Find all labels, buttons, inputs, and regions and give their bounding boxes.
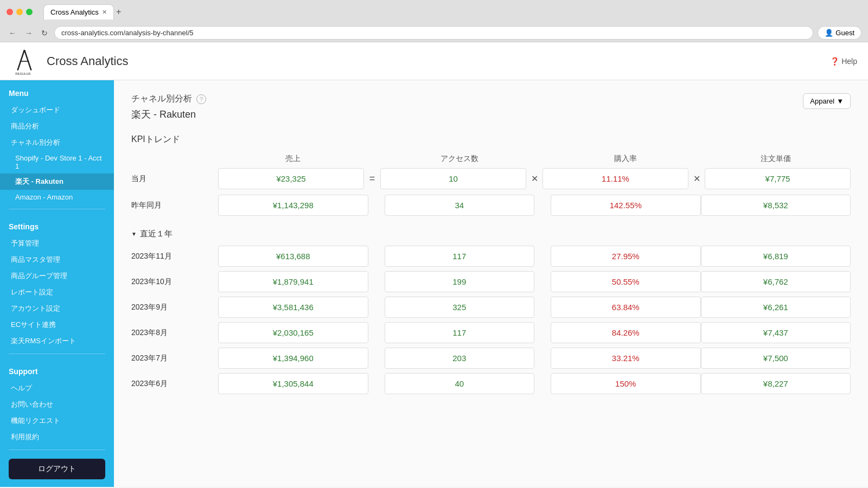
logout-button[interactable]: ログアウト <box>9 459 105 479</box>
browser-titlebar: Cross Analytics ✕ + <box>0 0 868 24</box>
sidebar-item-product-group[interactable]: 商品グループ管理 <box>0 268 114 284</box>
kpi-row-current: 当月 ¥23,325 = 10 ✕ 11.11% ✕ ¥7,775 <box>131 168 851 189</box>
recent-access-0: 117 <box>385 246 535 267</box>
sidebar-item-contact[interactable]: お問い合わせ <box>0 396 114 413</box>
sidebar-divider-2 <box>9 354 105 354</box>
recent-access-3: 117 <box>385 322 535 343</box>
tab-close-icon[interactable]: ✕ <box>102 9 107 16</box>
kpi-header-row: 売上 アクセス数 購入率 注文単価 <box>131 154 851 164</box>
kpi-row-prev-year: 昨年同月 ¥1,143,298 34 142.55% ¥8,532 <box>131 195 851 216</box>
kpi-x-operator-2: ✕ <box>688 174 705 184</box>
kpi-current-conversion: 11.11% <box>542 168 688 189</box>
recent-access-2: 325 <box>385 297 535 318</box>
chevron-down-icon: ▼ <box>837 97 844 105</box>
maximize-button[interactable] <box>26 9 33 15</box>
sidebar-item-ec-integration[interactable]: ECサイト連携 <box>0 317 114 333</box>
recent-row-label-4: 2023年7月 <box>131 354 218 363</box>
active-tab[interactable]: Cross Analytics ✕ <box>43 4 114 20</box>
sidebar: Menu ダッシュボード 商品分析 チャネル別分析 Shopify - Dev … <box>0 80 114 487</box>
browser-chrome: Cross Analytics ✕ + ← → ↻ cross-analytic… <box>0 0 868 42</box>
recent-access-4: 203 <box>385 348 535 369</box>
recent-row-label-2: 2023年9月 <box>131 303 218 312</box>
help-button[interactable]: ❓ Help <box>830 57 857 66</box>
recent-sales-2: ¥3,581,436 <box>218 297 368 318</box>
filter-label: Apparel <box>810 97 834 105</box>
kpi-col-eq-empty <box>368 154 385 164</box>
kpi-current-order-unit: ¥7,775 <box>705 168 851 189</box>
kpi-x-icon-2: ✕ <box>688 174 705 184</box>
close-button[interactable] <box>7 9 13 15</box>
recent-row-label-3: 2023年8月 <box>131 328 218 338</box>
refresh-button[interactable]: ↻ <box>39 28 50 38</box>
back-button[interactable]: ← <box>7 28 18 38</box>
kpi-col-sales: 売上 <box>218 154 368 164</box>
settings-section-label: Settings <box>0 214 114 235</box>
help-label: Help <box>841 57 857 66</box>
sidebar-item-dashboard[interactable]: ダッシュボード <box>0 102 114 118</box>
recent-title-text: 直近１年 <box>140 229 173 239</box>
recent-conversion-0: 27.95% <box>551 246 701 267</box>
sidebar-divider-1 <box>9 209 105 209</box>
recent-sales-4: ¥1,394,960 <box>218 348 368 369</box>
recent-order-unit-0: ¥6,819 <box>701 246 851 267</box>
main-area: Menu ダッシュボード 商品分析 チャネル別分析 Shopify - Dev … <box>0 80 868 487</box>
sidebar-item-rakuten-rms[interactable]: 楽天RMSインポート <box>0 333 114 349</box>
recent-section-title[interactable]: ▼ 直近１年 <box>131 229 851 239</box>
kpi-section: KPIトレンド 売上 アクセス数 購入率 注文単価 当月 ¥23,325 = 1 <box>131 134 851 216</box>
sidebar-divider-3 <box>9 450 105 450</box>
minimize-button[interactable] <box>16 9 23 15</box>
sidebar-item-shopify[interactable]: Shopify - Dev Store 1 - Acct 1 <box>0 151 114 174</box>
guest-label: Guest <box>835 29 854 37</box>
kpi-section-title: KPIトレンド <box>131 134 851 145</box>
sidebar-item-feature-request[interactable]: 機能リクエスト <box>0 413 114 429</box>
sidebar-item-product-analysis[interactable]: 商品分析 <box>0 118 114 134</box>
sidebar-item-account-settings[interactable]: アカウント設定 <box>0 300 114 317</box>
kpi-prev-access: 34 <box>385 195 535 216</box>
recent-conversion-4: 33.21% <box>551 348 701 369</box>
kpi-prev-conversion: 142.55% <box>551 195 701 216</box>
recent-rows-container: 2023年11月 ¥613,688 117 27.95% ¥6,819 2023… <box>131 246 851 394</box>
title-help-icon[interactable]: ? <box>196 94 206 104</box>
kpi-current-label: 当月 <box>131 174 218 184</box>
page-header: チャネル別分析 ? 楽天 - Rakuten Apparel ▼ <box>131 93 851 121</box>
main-content: チャネル別分析 ? 楽天 - Rakuten Apparel ▼ KPIトレンド… <box>114 80 868 487</box>
sidebar-item-help[interactable]: ヘルプ <box>0 380 114 396</box>
address-bar: ← → ↻ cross-analytics.com/analysis-by-ch… <box>0 24 868 42</box>
sidebar-item-report-settings[interactable]: レポート設定 <box>0 284 114 300</box>
sidebar-item-product-master[interactable]: 商品マスタ管理 <box>0 252 114 268</box>
kpi-eq-operator: = <box>364 173 380 184</box>
new-tab-button[interactable]: + <box>116 7 121 17</box>
sidebar-item-amazon[interactable]: Amazon - Amazon <box>0 190 114 204</box>
page-title-text: チャネル別分析 <box>131 93 192 105</box>
kpi-col-x-empty <box>534 154 551 164</box>
support-section-label: Support <box>0 358 114 380</box>
url-input[interactable]: cross-analytics.com/analysis-by-channel/… <box>54 26 813 40</box>
recent-section: ▼ 直近１年 2023年11月 ¥613,688 117 27.95% ¥6,8… <box>131 229 851 394</box>
recent-row-0: 2023年11月 ¥613,688 117 27.95% ¥6,819 <box>131 246 851 267</box>
recent-order-unit-3: ¥7,437 <box>701 322 851 343</box>
recent-row-2: 2023年9月 ¥3,581,436 325 63.84% ¥6,261 <box>131 297 851 318</box>
sidebar-item-budget[interactable]: 予算管理 <box>0 235 114 252</box>
page-title: チャネル別分析 ? <box>131 93 206 105</box>
tab-title: Cross Analytics <box>50 8 99 16</box>
logo-icon: REGULUS <box>11 48 38 75</box>
sidebar-item-channel-analysis[interactable]: チャネル別分析 <box>0 134 114 151</box>
kpi-col-empty <box>131 154 218 164</box>
app-wrapper: REGULUS Cross Analytics ❓ Help Menu ダッシュ… <box>0 42 868 487</box>
recent-row-3: 2023年8月 ¥2,030,165 117 84.26% ¥7,437 <box>131 322 851 343</box>
kpi-prev-year-label: 昨年同月 <box>131 201 218 210</box>
kpi-x-operator: ✕ <box>526 174 542 184</box>
kpi-current-access: 10 <box>380 168 526 189</box>
kpi-col-conversion: 購入率 <box>551 154 701 164</box>
sidebar-item-terms[interactable]: 利用規約 <box>0 429 114 445</box>
sidebar-item-rakuten[interactable]: 楽天 - Rakuten <box>0 174 114 190</box>
app-header-left: REGULUS Cross Analytics <box>11 48 128 75</box>
guest-button[interactable]: 👤 Guest <box>818 26 861 40</box>
forward-button[interactable]: → <box>23 28 35 38</box>
help-circle-icon: ❓ <box>830 57 839 66</box>
filter-button[interactable]: Apparel ▼ <box>803 93 851 109</box>
recent-sales-0: ¥613,688 <box>218 246 368 267</box>
recent-conversion-1: 50.55% <box>551 271 701 292</box>
recent-row-1: 2023年10月 ¥1,879,941 199 50.55% ¥6,762 <box>131 271 851 292</box>
app-header: REGULUS Cross Analytics ❓ Help <box>0 42 868 80</box>
